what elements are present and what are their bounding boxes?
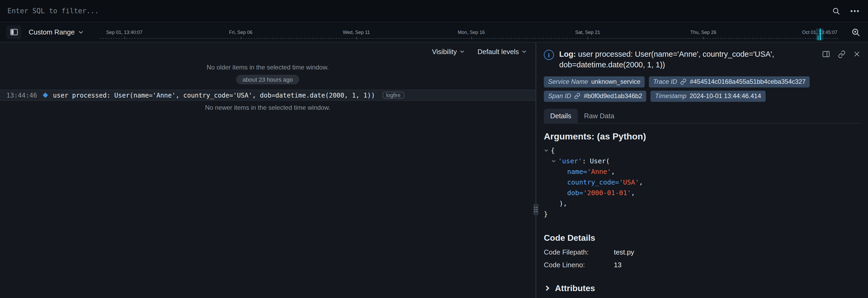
timeline-bar: Custom Range Sep 01, 13:40:07 Fri, Sep 0… <box>0 22 868 42</box>
timeline-tick: Fri, Sep 06 <box>229 27 252 36</box>
arguments-heading: Arguments: (as Python) <box>544 131 861 142</box>
timeline-tick: Sat, Sep 21 <box>575 27 600 36</box>
link-icon[interactable] <box>680 78 686 85</box>
log-row[interactable]: 13:44:46 user processed: User(name='Anne… <box>0 90 535 101</box>
visibility-label: Visibility <box>432 47 457 56</box>
main-area: Visibility Default levels No older items… <box>0 42 868 298</box>
time-ago-badge: about 23 hours ago <box>236 75 299 84</box>
chevron-down-icon <box>522 49 527 54</box>
code-lineno-row: Code Lineno: 13 <box>544 261 861 269</box>
code-filepath-row: Code Filepath: test.py <box>544 248 861 256</box>
log-level-diamond-icon <box>43 93 48 98</box>
collapse-caret-icon[interactable] <box>551 159 556 163</box>
log-detail-panel: i Log: user processed: User(name='Anne',… <box>536 42 868 298</box>
log-message: user processed: User(name='Anne', countr… <box>53 92 375 99</box>
collapse-caret-icon[interactable] <box>544 148 549 153</box>
trace-id-badge[interactable]: Trace ID #454514c0168a455a51bb4ceba354c3… <box>649 76 810 87</box>
default-levels-dropdown[interactable]: Default levels <box>477 47 527 56</box>
sidebar-toggle-icon[interactable] <box>6 25 21 39</box>
timeline-baseline <box>99 38 838 39</box>
timeline-tick: Mon, Sep 16 <box>458 27 485 36</box>
timeline-tick: Thu, Sep 26 <box>690 27 716 36</box>
log-list-panel: Visibility Default levels No older items… <box>0 42 535 298</box>
tab-details[interactable]: Details <box>544 108 578 123</box>
chevron-right-icon <box>544 285 551 292</box>
code-details-heading: Code Details <box>544 233 861 242</box>
time-range-selector[interactable]: Custom Range <box>29 28 84 36</box>
panel-resize-handle[interactable] <box>535 42 536 298</box>
log-timestamp: 13:44:46 <box>6 92 37 99</box>
sql-filter-input[interactable] <box>0 0 832 22</box>
no-older-items-notice: No older items in the selected time wind… <box>0 64 535 71</box>
top-bar <box>0 0 868 22</box>
chevron-down-icon <box>460 49 465 54</box>
zoom-icon[interactable] <box>851 27 861 37</box>
visibility-dropdown[interactable]: Visibility <box>432 47 465 56</box>
app-root: Custom Range Sep 01, 13:40:07 Fri, Sep 0… <box>0 0 868 298</box>
timeline-histogram-spike <box>820 29 821 40</box>
service-name-badge: Service Name unknown_service <box>544 76 645 87</box>
chevron-down-icon <box>78 29 84 35</box>
arguments-code-tree: { 'user':User( name='Anne', country_code… <box>544 145 861 219</box>
timestamp-badge: Timestamp 2024-10-01 13:44:46.414 <box>651 90 765 102</box>
drag-grip-icon[interactable] <box>533 204 538 215</box>
copy-link-icon[interactable] <box>838 50 846 58</box>
default-levels-label: Default levels <box>477 47 519 56</box>
more-menu-icon[interactable] <box>850 7 860 15</box>
detail-tabs: Details Raw Data <box>544 108 861 123</box>
attributes-toggle[interactable]: Attributes <box>544 284 861 293</box>
timeline-histogram-bar <box>817 36 819 40</box>
open-side-panel-icon[interactable] <box>822 50 830 58</box>
logfire-tag-badge: logfire <box>382 92 404 99</box>
timeline-tick: Wed, Sep 11 <box>343 27 370 36</box>
info-level-icon: i <box>544 50 554 60</box>
timeline-chart[interactable]: Sep 01, 13:40:07 Fri, Sep 06 Wed, Sep 11… <box>97 22 844 42</box>
list-toolbar: Visibility Default levels <box>0 42 535 61</box>
span-id-badge[interactable]: Span ID #b0f0d9ed1ab346b2 <box>544 90 647 102</box>
tab-raw-data[interactable]: Raw Data <box>578 108 621 123</box>
timeline-tick: Sep 01, 13:40:07 <box>106 27 143 36</box>
no-newer-items-notice: No newer items in the selected time wind… <box>0 104 535 111</box>
close-icon[interactable] <box>853 50 861 58</box>
time-range-label: Custom Range <box>29 28 74 36</box>
link-icon[interactable] <box>574 93 581 99</box>
search-icon[interactable] <box>832 7 840 15</box>
detail-title: Log: user processed: User(name='Anne', c… <box>559 49 792 70</box>
